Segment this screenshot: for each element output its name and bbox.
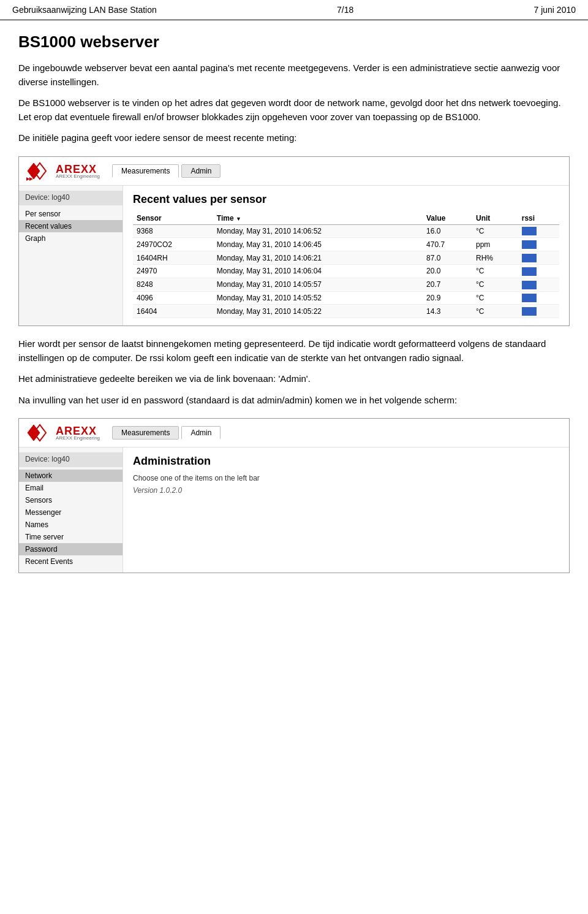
sidebar-email[interactable]: Email — [19, 482, 123, 494]
arexx-header-1: ▶▶ AREXX AREXX Engineering Measurements … — [19, 157, 569, 186]
cell-sensor: 16404RH — [133, 251, 213, 265]
rssi-bar — [522, 227, 537, 235]
sidebar-password[interactable]: Password — [19, 543, 123, 555]
th-rssi: rssi — [518, 212, 559, 225]
cell-sensor: 8248 — [133, 278, 213, 291]
arexx-logo-icon-1: ▶▶ — [25, 161, 52, 181]
cell-rssi — [518, 291, 559, 305]
sidebar-sensors[interactable]: Sensors — [19, 494, 123, 506]
cell-value: 470.7 — [423, 238, 472, 251]
sidebar-graph[interactable]: Graph — [19, 232, 123, 245]
arexx-logo-2: AREXX AREXX Engineering — [25, 422, 100, 443]
arexx-main-1: Recent values per sensor Sensor Time ▼ V… — [123, 186, 569, 326]
svg-text:▶▶: ▶▶ — [26, 177, 33, 181]
cell-value: 20.9 — [423, 291, 472, 305]
cell-sensor: 24970 — [133, 264, 213, 278]
th-sensor: Sensor — [133, 212, 213, 225]
nav-measurements-1[interactable]: Measurements — [112, 164, 179, 178]
cell-unit: °C — [472, 305, 518, 318]
screenshot-1: ▶▶ AREXX AREXX Engineering Measurements … — [18, 156, 570, 327]
doc-page: 7/18 — [337, 5, 353, 15]
arexx-sidebar-2: Device: log40 Network Email Sensors Mess… — [19, 447, 123, 573]
table-row: 16404 Monday, May 31, 2010 14:05:22 14.3… — [133, 305, 559, 318]
section-title: BS1000 webserver — [18, 32, 570, 51]
sidebar-device-1: Device: log40 — [19, 191, 123, 205]
rssi-bar — [522, 254, 537, 262]
arexx-logo-icon-2 — [25, 422, 52, 443]
rssi-bar — [522, 240, 537, 249]
rssi-bar — [522, 307, 537, 316]
arexx-header-2: AREXX AREXX Engineering Measurements Adm… — [19, 419, 569, 447]
cell-unit: RH% — [472, 251, 518, 265]
cell-unit: °C — [472, 224, 518, 238]
nav-admin-2[interactable]: Admin — [181, 426, 221, 440]
arexx-logo-svg-2 — [25, 422, 52, 443]
table-row: 9368 Monday, May 31, 2010 14:06:52 16.0 … — [133, 224, 559, 238]
paragraph-4: Hier wordt per sensor de laatst binnenge… — [18, 337, 570, 365]
arexx-sidebar-1: Device: log40 Per sensor Recent values G… — [19, 186, 123, 326]
cell-value: 87.0 — [423, 251, 472, 265]
arexx-nav-1[interactable]: Measurements Admin — [112, 164, 221, 178]
rssi-bar — [522, 281, 537, 289]
arexx-logo-text-2: AREXX AREXX Engineering — [56, 425, 100, 441]
table-row: 8248 Monday, May 31, 2010 14:05:57 20.7 … — [133, 278, 559, 291]
nav-measurements-2[interactable]: Measurements — [112, 426, 179, 440]
doc-header: Gebruiksaanwijzing LAN Base Station 7/18… — [0, 0, 588, 20]
cell-sensor: 24970CO2 — [133, 238, 213, 251]
cell-time: Monday, May 31, 2010 14:06:52 — [213, 224, 423, 238]
cell-rssi — [518, 238, 559, 251]
arexx-main-2: Administration Choose one of the items o… — [123, 447, 569, 573]
sidebar-recent-events[interactable]: Recent Events — [19, 555, 123, 568]
doc-body: BS1000 webserver De ingebouwde webserver… — [0, 20, 588, 596]
cell-sensor: 16404 — [133, 305, 213, 318]
arexx-logo-svg-1: ▶▶ — [25, 161, 52, 181]
sidebar-network[interactable]: Network — [19, 470, 123, 482]
main-title-1: Recent values per sensor — [133, 193, 559, 206]
sidebar-messenger[interactable]: Messenger — [19, 506, 123, 519]
measurements-table: Sensor Time ▼ Value Unit rssi 9368 Monda… — [133, 212, 559, 319]
cell-rssi — [518, 305, 559, 318]
sidebar-recent-values[interactable]: Recent values — [19, 220, 123, 232]
arexx-logo-text-1: AREXX AREXX Engineering — [56, 163, 100, 179]
cell-time: Monday, May 31, 2010 14:05:57 — [213, 278, 423, 291]
admin-version: Version 1.0.2.0 — [133, 486, 559, 495]
sidebar-per-sensor[interactable]: Per sensor — [19, 208, 123, 220]
th-time: Time ▼ — [213, 212, 423, 225]
doc-title: Gebruiksaanwijzing LAN Base Station — [12, 5, 157, 15]
cell-time: Monday, May 31, 2010 14:05:22 — [213, 305, 423, 318]
doc-date: 7 juni 2010 — [533, 5, 576, 15]
cell-rssi — [518, 251, 559, 265]
rssi-bar — [522, 294, 537, 302]
table-row: 16404RH Monday, May 31, 2010 14:06:21 87… — [133, 251, 559, 265]
cell-time: Monday, May 31, 2010 14:05:52 — [213, 291, 423, 305]
table-body-1: 9368 Monday, May 31, 2010 14:06:52 16.0 … — [133, 224, 559, 318]
sidebar-time-server[interactable]: Time server — [19, 531, 123, 543]
arexx-nav-2[interactable]: Measurements Admin — [112, 426, 221, 440]
cell-value: 16.0 — [423, 224, 472, 238]
sidebar-device-2: Device: log40 — [19, 452, 123, 467]
nav-admin-1[interactable]: Admin — [181, 164, 221, 178]
th-value: Value — [423, 212, 472, 225]
cell-unit: °C — [472, 264, 518, 278]
table-header: Sensor Time ▼ Value Unit rssi — [133, 212, 559, 225]
admin-subtitle: Choose one of the items on the left bar — [133, 474, 559, 482]
th-unit: Unit — [472, 212, 518, 225]
paragraph-3: De initiële pagina geeft voor iedere sen… — [18, 131, 570, 145]
cell-time: Monday, May 31, 2010 14:06:04 — [213, 264, 423, 278]
arexx-logo-1: ▶▶ AREXX AREXX Engineering — [25, 161, 100, 181]
rssi-bar — [522, 267, 537, 276]
screenshot-2: AREXX AREXX Engineering Measurements Adm… — [18, 418, 570, 573]
admin-title: Administration — [133, 455, 559, 468]
arexx-body-1: Device: log40 Per sensor Recent values G… — [19, 186, 569, 326]
cell-value: 14.3 — [423, 305, 472, 318]
table-row: 24970 Monday, May 31, 2010 14:06:04 20.0… — [133, 264, 559, 278]
cell-unit: °C — [472, 291, 518, 305]
paragraph-2: De BS1000 webserver is te vinden op het … — [18, 96, 570, 124]
cell-sensor: 4096 — [133, 291, 213, 305]
sidebar-names[interactable]: Names — [19, 519, 123, 531]
paragraph-6: Na invulling van het user id en password… — [18, 394, 570, 408]
cell-rssi — [518, 264, 559, 278]
table-row: 4096 Monday, May 31, 2010 14:05:52 20.9 … — [133, 291, 559, 305]
paragraph-1: De ingebouwde webserver bevat een aantal… — [18, 61, 570, 89]
cell-time: Monday, May 31, 2010 14:06:21 — [213, 251, 423, 265]
